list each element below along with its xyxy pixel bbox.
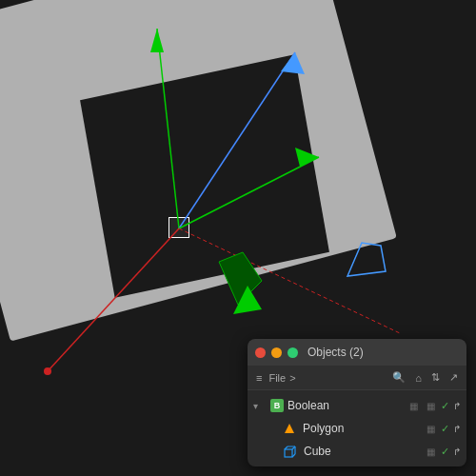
svg-line-6 [48, 228, 179, 371]
vis-icon-1[interactable]: ▦ [407, 401, 420, 411]
close-button[interactable] [255, 347, 266, 358]
panel-toolbar: ≡ File > 🔍 ⌂ ⇅ ↗ [248, 366, 466, 390]
svg-marker-3 [281, 52, 305, 74]
boolean-row[interactable]: ▾ B Boolean ▦ ▦ ✓ ↱ [248, 394, 466, 417]
filter-icon[interactable]: ⇅ [428, 369, 443, 386]
export-icon[interactable]: ↗ [446, 369, 461, 386]
svg-line-0 [157, 29, 179, 228]
panel-titlebar: Objects (2) [248, 339, 466, 366]
minimize-button[interactable] [271, 347, 282, 358]
polygon-icon-wrap [284, 423, 295, 434]
menu-icon[interactable]: ≡ [253, 370, 265, 386]
cube-link[interactable]: ↱ [453, 446, 461, 457]
panel-title: Objects (2) [307, 346, 364, 359]
panel-content: ▾ B Boolean ▦ ▦ ✓ ↱ Polygon ▦ ✓ [248, 390, 466, 466]
search-icon[interactable]: 🔍 [389, 369, 408, 386]
boolean-actions: ▦ ▦ ✓ ↱ [407, 400, 461, 412]
svg-marker-1 [150, 29, 164, 52]
poly-check[interactable]: ✓ [441, 423, 449, 435]
svg-marker-12 [285, 424, 294, 433]
svg-line-2 [179, 52, 295, 228]
poly-vis-1[interactable]: ▦ [424, 424, 437, 434]
cube-icon [284, 446, 296, 458]
polygon-icon [284, 423, 295, 434]
cube-label: Cube [304, 445, 420, 458]
home-icon[interactable]: ⌂ [412, 370, 425, 386]
svg-marker-9 [347, 243, 386, 276]
cube-icon-wrap [284, 446, 296, 458]
svg-rect-13 [285, 449, 292, 457]
svg-point-7 [44, 367, 51, 375]
svg-line-4 [179, 157, 319, 228]
file-arrow: > [289, 372, 295, 384]
cube-actions: ▦ ✓ ↱ [424, 446, 461, 458]
expand-icon: ▾ [253, 401, 267, 411]
polygon-actions: ▦ ✓ ↱ [424, 423, 461, 435]
cube-check[interactable]: ✓ [441, 446, 449, 458]
cube-row[interactable]: Cube ▦ ✓ ↱ [248, 440, 466, 463]
polygon-row[interactable]: Polygon ▦ ✓ ↱ [248, 417, 466, 440]
cube-vis-1[interactable]: ▦ [424, 446, 437, 457]
maximize-button[interactable] [288, 347, 298, 358]
boolean-icon: B [270, 399, 284, 412]
check-icon[interactable]: ✓ [441, 400, 449, 412]
poly-link[interactable]: ↱ [453, 424, 461, 434]
link-icon[interactable]: ↱ [453, 401, 461, 411]
svg-marker-10 [219, 252, 262, 305]
objects-panel: Objects (2) ≡ File > 🔍 ⌂ ⇅ ↗ ▾ B Boolean… [248, 339, 466, 466]
polygon-label: Polygon [303, 422, 420, 435]
boolean-label: Boolean [288, 399, 403, 412]
file-menu[interactable]: File [268, 372, 286, 384]
vis-icon-2[interactable]: ▦ [424, 401, 437, 411]
